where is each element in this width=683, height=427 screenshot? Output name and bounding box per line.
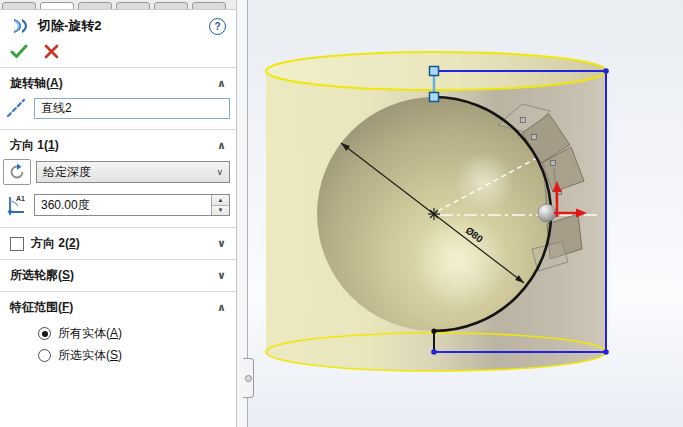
direction1-condition-row: 给定深度 ∨ [0,158,236,192]
property-tab-4[interactable] [116,2,150,10]
section-label: 方向 1(1) [10,137,59,154]
section-header-axis[interactable]: 旋转轴(A) ∧ [0,71,236,96]
property-tab-1[interactable] [2,2,36,10]
section-header-contours[interactable]: 所选轮廓(S) ∨ [0,263,236,288]
divider [0,291,236,292]
axis-selection-value: 直线2 [41,100,72,117]
divider [0,227,236,228]
radio-label: 所选实体(S) [58,347,122,364]
chevron-up-icon[interactable]: ∧ [217,140,226,151]
radio-unselected-icon[interactable] [38,349,51,362]
svg-text:A1: A1 [16,195,25,202]
spinner-up-button[interactable]: ▲ [212,195,229,206]
reverse-direction-icon[interactable] [3,159,31,185]
property-tab-2[interactable] [40,2,74,10]
scope-option-all-bodies[interactable]: 所有实体(A) [38,325,236,342]
radio-selected-icon[interactable] [38,327,51,340]
feature-title: 切除-旋转2 [38,17,102,35]
help-icon[interactable]: ? [209,18,226,35]
sketch-endpoint[interactable] [431,328,436,333]
scope-option-selected-bodies[interactable]: 所选实体(S) [38,347,236,364]
divider [0,129,236,130]
cut-revolve-icon [10,16,30,36]
drag-ball-handle[interactable] [538,204,556,222]
splitter-dot-icon [245,375,252,382]
property-tab-5[interactable] [154,2,188,10]
end-condition-value: 给定深度 [43,164,91,181]
axis-row: 直线2 [0,96,236,126]
graphics-area[interactable]: Ø80 [248,0,683,427]
angle-input[interactable]: 360.00度 ▲ ▼ [34,194,230,216]
direction2-checkbox[interactable] [10,237,24,251]
radio-label: 所有实体(A) [58,325,122,342]
section-header-scope[interactable]: 特征范围(F) ∧ [0,295,236,320]
section-label: 所选轮廓(S) [10,267,74,284]
property-manager-panel: 切除-旋转2 ? 旋转轴(A) ∧ 直线2 [0,0,237,427]
confirm-button-row [0,38,236,64]
section-header-direction2[interactable]: 方向 2(2) ∨ [0,231,236,256]
divider [0,67,236,68]
section-label: 旋转轴(A) [10,75,63,92]
property-tab-3[interactable] [78,2,112,10]
axis-selection-field[interactable]: 直线2 [34,98,230,119]
end-condition-dropdown[interactable]: 给定深度 ∨ [36,161,230,183]
graphics-viewport[interactable]: Ø80 [247,0,683,427]
solidworks-window: 切除-旋转2 ? 旋转轴(A) ∧ 直线2 [0,0,683,427]
direction1-angle-row: A1 360.00度 ▲ ▼ [0,192,236,224]
sphere-highlight [454,152,514,212]
angle-value: 360.00度 [41,197,90,214]
cancel-button[interactable] [44,44,59,59]
section-header-direction1[interactable]: 方向 1(1) ∧ [0,133,236,158]
spinner-down-button[interactable]: ▼ [212,206,229,216]
panel-splitter-handle[interactable] [243,358,254,398]
property-manager-tabstrip [0,0,236,10]
chevron-up-icon[interactable]: ∧ [217,302,226,313]
chevron-down-icon: ∨ [216,167,223,177]
angle-icon: A1 [3,193,29,217]
section-label: 方向 2(2) [31,235,80,252]
chevron-down-icon[interactable]: ∨ [217,238,226,249]
chevron-down-icon[interactable]: ∨ [217,270,226,281]
section-label: 特征范围(F) [10,299,73,316]
feature-title-row: 切除-旋转2 ? [0,10,236,38]
chevron-up-icon[interactable]: ∧ [217,78,226,89]
divider [0,259,236,260]
angle-spinner: ▲ ▼ [211,195,229,215]
ok-button[interactable] [10,43,28,60]
axis-line-icon [3,97,29,119]
property-tab-6[interactable] [192,2,226,10]
sphere-highlight [412,214,508,310]
